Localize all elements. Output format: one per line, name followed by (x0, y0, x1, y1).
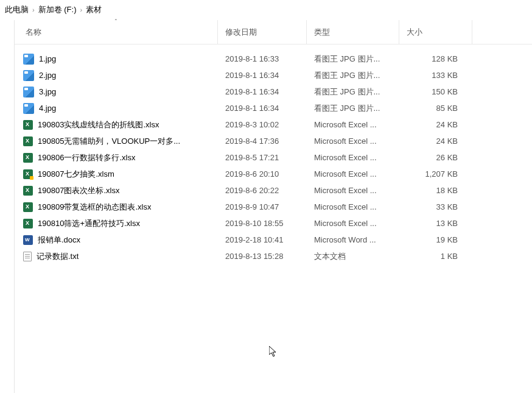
file-type-cell: Microsoft Excel ... (307, 153, 399, 162)
file-size-cell: 128 KB (399, 54, 472, 63)
breadcrumb[interactable]: 此电脑 › 新加卷 (F:) › 素材 (0, 0, 532, 20)
file-size-cell: 26 KB (399, 153, 472, 162)
xlsm-file-icon (23, 169, 33, 179)
file-row[interactable]: 190809带复选框的动态图表.xlsx2019-8-9 10:47Micros… (15, 199, 532, 215)
file-name-label: 190803实线虚线结合的折线图.xlsx (38, 119, 159, 130)
file-size-cell: 1 KB (399, 252, 472, 261)
chevron-right-icon: › (80, 6, 83, 13)
file-date-cell: 2019-8-13 15:28 (218, 252, 307, 261)
breadcrumb-item[interactable]: 素材 (86, 4, 102, 15)
chevron-right-icon: › (32, 6, 35, 13)
file-name-label: 190807七夕抽奖.xlsm (38, 169, 114, 180)
xlsx-file-icon (23, 202, 33, 212)
file-row[interactable]: 记录数据.txt2019-8-13 15:28文本文档1 KB (15, 248, 532, 264)
file-row[interactable]: 2.jpg2019-8-1 16:34看图王 JPG 图片...133 KB (15, 67, 532, 83)
column-header-name[interactable]: ˆ 名称 (15, 20, 218, 44)
file-type-cell: Microsoft Word ... (307, 235, 399, 244)
xlsx-file-icon (23, 153, 33, 163)
file-size-cell: 24 KB (399, 120, 472, 129)
file-type-cell: Microsoft Excel ... (307, 136, 399, 146)
file-row[interactable]: 1.jpg2019-8-1 16:33看图王 JPG 图片...128 KB (15, 51, 532, 67)
file-size-cell: 133 KB (399, 71, 472, 80)
file-name-cell: 2.jpg (15, 70, 218, 81)
file-row[interactable]: 4.jpg2019-8-1 16:34看图王 JPG 图片...85 KB (15, 100, 532, 116)
docx-file-icon (23, 235, 33, 245)
file-type-cell: Microsoft Excel ... (307, 120, 399, 129)
file-row[interactable]: 报销单.docx2019-2-18 10:41Microsoft Word ..… (15, 232, 532, 248)
xlsx-file-icon (23, 219, 33, 228)
jpg-file-icon (23, 70, 34, 81)
sort-ascending-icon: ˆ (115, 19, 117, 26)
file-row[interactable]: 190803实线虚线结合的折线图.xlsx2019-8-3 10:02Micro… (15, 116, 532, 133)
file-row[interactable]: 190806一行数据转多行.xlsx2019-8-5 17:21Microsof… (15, 149, 532, 166)
file-row[interactable]: 190810筛选+通配符技巧.xlsx2019-8-10 18:55Micros… (15, 215, 532, 232)
file-size-cell: 24 KB (399, 136, 472, 146)
file-name-cell: 4.jpg (15, 103, 218, 114)
file-type-cell: Microsoft Excel ... (307, 202, 399, 211)
jpg-file-icon (23, 54, 34, 65)
column-header-size-label: 大小 (407, 27, 422, 38)
file-name-cell: 1.jpg (15, 54, 218, 65)
file-size-cell: 150 KB (399, 87, 472, 96)
file-explorer-main: ˆ 名称 修改日期 类型 大小 1.jpg2019-8-1 16:33看图王 J… (15, 20, 532, 393)
file-name-cell: 记录数据.txt (15, 251, 218, 262)
file-name-label: 3.jpg (39, 87, 56, 96)
column-header-row: ˆ 名称 修改日期 类型 大小 (15, 20, 532, 44)
txt-file-icon (23, 252, 32, 261)
column-header-name-label: 名称 (26, 27, 41, 38)
file-name-cell: 报销单.docx (15, 235, 218, 246)
file-size-cell: 18 KB (399, 186, 472, 195)
file-date-cell: 2019-8-1 16:33 (218, 54, 307, 63)
file-date-cell: 2019-8-6 20:10 (218, 169, 307, 179)
file-row[interactable]: 190805无需辅助列，VLOOKUP一对多...2019-8-4 17:36M… (15, 133, 532, 149)
file-type-cell: Microsoft Excel ... (307, 186, 399, 195)
file-size-cell: 13 KB (399, 219, 472, 228)
xlsx-file-icon (23, 120, 33, 130)
file-name-cell: 190805无需辅助列，VLOOKUP一对多... (15, 136, 218, 147)
file-name-label: 190805无需辅助列，VLOOKUP一对多... (38, 136, 180, 147)
xlsx-file-icon (23, 186, 33, 196)
file-name-label: 190807图表次坐标.xlsx (38, 185, 119, 196)
file-row[interactable]: 190807图表次坐标.xlsx2019-8-6 20:22Microsoft … (15, 182, 532, 199)
file-name-label: 190809带复选框的动态图表.xlsx (38, 202, 151, 213)
file-type-cell: 看图王 JPG 图片... (307, 103, 399, 114)
file-row[interactable]: 190807七夕抽奖.xlsm2019-8-6 20:10Microsoft E… (15, 166, 532, 182)
file-name-label: 4.jpg (39, 104, 56, 113)
column-header-size[interactable]: 大小 (399, 20, 472, 44)
file-type-cell: 看图王 JPG 图片... (307, 87, 399, 97)
file-type-cell: 看图王 JPG 图片... (307, 70, 399, 81)
file-name-label: 190806一行数据转多行.xlsx (38, 152, 135, 163)
file-size-cell: 19 KB (399, 235, 472, 244)
file-date-cell: 2019-8-9 10:47 (218, 202, 307, 211)
file-date-cell: 2019-8-10 18:55 (218, 219, 307, 228)
column-header-type[interactable]: 类型 (307, 20, 399, 44)
file-size-cell: 85 KB (399, 104, 472, 113)
jpg-file-icon (23, 87, 34, 97)
file-row[interactable]: 3.jpg2019-8-1 16:34看图王 JPG 图片...150 KB (15, 83, 532, 100)
column-header-type-label: 类型 (314, 27, 330, 38)
file-name-label: 1.jpg (39, 54, 56, 63)
file-name-label: 2.jpg (39, 71, 56, 80)
file-type-cell: Microsoft Excel ... (307, 169, 399, 179)
file-name-cell: 3.jpg (15, 87, 218, 97)
file-date-cell: 2019-8-1 16:34 (218, 71, 307, 80)
file-name-label: 报销单.docx (38, 235, 80, 246)
breadcrumb-item[interactable]: 新加卷 (F:) (38, 4, 77, 15)
file-date-cell: 2019-8-6 20:22 (218, 186, 307, 195)
file-name-label: 记录数据.txt (37, 251, 79, 262)
file-type-cell: 看图王 JPG 图片... (307, 54, 399, 65)
file-date-cell: 2019-2-18 10:41 (218, 235, 307, 244)
column-header-date[interactable]: 修改日期 (218, 20, 307, 44)
file-type-cell: 文本文档 (307, 251, 399, 262)
file-date-cell: 2019-8-4 17:36 (218, 136, 307, 146)
breadcrumb-item[interactable]: 此电脑 (5, 4, 29, 15)
file-name-cell: 190809带复选框的动态图表.xlsx (15, 202, 218, 213)
file-size-cell: 1,207 KB (399, 169, 472, 179)
file-name-label: 190810筛选+通配符技巧.xlsx (38, 218, 140, 229)
file-type-cell: Microsoft Excel ... (307, 219, 399, 228)
column-header-date-label: 修改日期 (225, 27, 257, 38)
file-name-cell: 190810筛选+通配符技巧.xlsx (15, 218, 218, 229)
file-name-cell: 190806一行数据转多行.xlsx (15, 152, 218, 163)
jpg-file-icon (23, 103, 34, 114)
xlsx-file-icon (23, 136, 33, 146)
